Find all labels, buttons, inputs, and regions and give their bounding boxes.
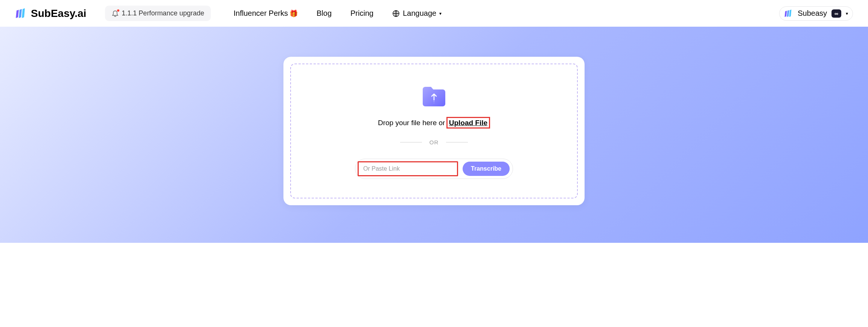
transcribe-button[interactable]: Transcribe (463, 162, 510, 176)
brand-name: SubEasy.ai (31, 8, 86, 20)
upload-folder-icon (421, 85, 447, 108)
upgrade-text: 1.1.1 Performance upgrade (122, 9, 204, 17)
bell-icon (112, 10, 119, 17)
brand-logo[interactable]: SubEasy.ai (15, 8, 86, 20)
hero-section: Drop your file here or Upload File OR Tr… (0, 27, 868, 243)
divider: OR (400, 139, 468, 145)
link-input-row: Transcribe (355, 159, 513, 179)
logo-icon (15, 8, 27, 20)
header: SubEasy.ai 1.1.1 Performance upgrade Inf… (0, 0, 868, 27)
user-menu[interactable]: Subeasy ∞ ▾ (779, 6, 853, 21)
nav-blog[interactable]: Blog (317, 9, 332, 18)
infinity-badge: ∞ (831, 9, 841, 18)
paste-link-input[interactable] (359, 162, 457, 175)
nav-pricing[interactable]: Pricing (350, 9, 373, 18)
chevron-down-icon: ▾ (439, 11, 442, 16)
svg-point-1 (434, 101, 434, 102)
upgrade-badge[interactable]: 1.1.1 Performance upgrade (105, 6, 211, 21)
svg-point-2 (434, 103, 434, 103)
drop-instructions: Drop your file here or Upload File (378, 119, 490, 127)
link-input-highlight (358, 161, 458, 176)
user-name: Subeasy (798, 9, 827, 18)
upload-dropzone[interactable]: Drop your file here or Upload File OR Tr… (290, 64, 578, 198)
globe-icon (392, 10, 400, 17)
nav-influencer[interactable]: Influencer Perks🎁 (233, 9, 298, 18)
upload-card: Drop your file here or Upload File OR Tr… (283, 57, 585, 205)
chevron-down-icon: ▾ (846, 11, 848, 16)
gift-icon: 🎁 (289, 9, 298, 18)
upload-file-link[interactable]: Upload File (446, 117, 490, 129)
language-picker[interactable]: Language ▾ (392, 9, 442, 18)
user-logo-icon (784, 9, 793, 18)
divider-text: OR (429, 139, 439, 145)
nav-links: Influencer Perks🎁 Blog Pricing Language … (233, 9, 442, 18)
